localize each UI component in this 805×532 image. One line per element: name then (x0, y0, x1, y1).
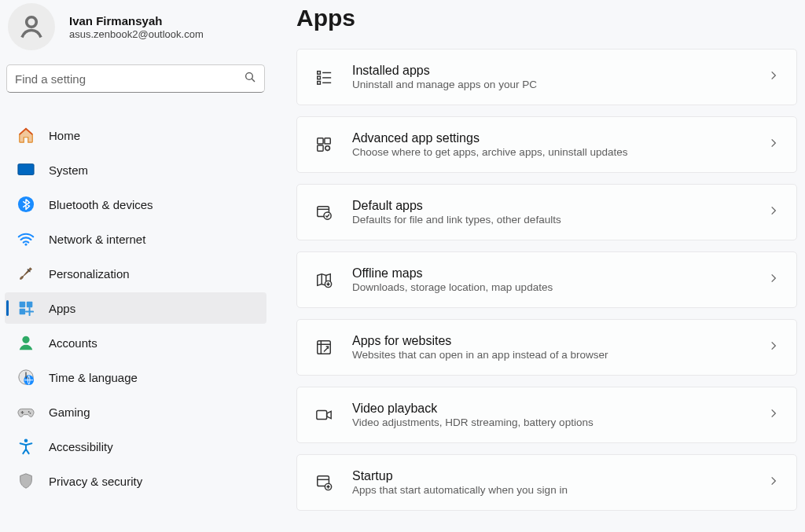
nav-item-accounts[interactable]: Accounts (5, 327, 266, 358)
nav-label: Accounts (49, 336, 97, 350)
svg-line-2 (252, 79, 255, 82)
svg-point-10 (22, 336, 29, 343)
card-subtitle: Choose where to get apps, archive apps, … (352, 146, 768, 158)
chevron-right-icon (768, 70, 779, 84)
svg-point-13 (28, 411, 30, 413)
svg-rect-18 (318, 82, 321, 85)
accounts-icon (17, 334, 35, 351)
nav-label: Accessibility (49, 440, 113, 453)
card-title: Apps for websites (352, 334, 768, 348)
maps-icon (314, 270, 333, 289)
card-subtitle: Defaults for file and link types, other … (352, 214, 768, 226)
svg-rect-17 (318, 76, 321, 79)
nav-item-accessibility[interactable]: Accessibility (5, 431, 266, 462)
card-title: Video playback (352, 402, 768, 416)
svg-point-0 (27, 17, 37, 28)
nav-item-privacy[interactable]: Privacy & security (5, 465, 266, 497)
nav-label: Time & language (49, 371, 138, 384)
svg-rect-8 (27, 302, 33, 308)
svg-point-15 (24, 438, 28, 442)
search-icon (244, 71, 256, 86)
profile-block[interactable]: Ivan Firmansyah asus.zenbook2@outlook.co… (3, 0, 268, 64)
nav-item-gaming[interactable]: Gaming (5, 396, 266, 427)
chevron-right-icon (768, 408, 779, 422)
gamepad-icon (17, 403, 35, 420)
accessibility-icon (17, 438, 35, 455)
video-icon (314, 405, 333, 424)
wifi-icon (17, 230, 35, 248)
chevron-right-icon (768, 205, 779, 219)
card-startup[interactable]: Startup Apps that start automatically wh… (296, 454, 797, 511)
chevron-right-icon (768, 340, 779, 354)
card-installed-apps[interactable]: Installed apps Uninstall and manage apps… (296, 49, 797, 105)
card-offline-maps[interactable]: Offline maps Downloads, storage location… (296, 251, 797, 308)
search-input[interactable] (15, 72, 244, 86)
nav-label: System (49, 163, 88, 177)
chevron-right-icon (768, 138, 779, 152)
home-icon (17, 127, 35, 144)
svg-point-1 (246, 73, 253, 80)
system-icon (17, 161, 35, 178)
svg-rect-3 (18, 164, 34, 175)
card-title: Default apps (352, 199, 768, 213)
advanced-settings-icon (314, 135, 333, 154)
card-default-apps[interactable]: Default apps Defaults for file and link … (296, 184, 797, 240)
card-title: Installed apps (352, 64, 768, 78)
nav-item-personalization[interactable]: Personalization (5, 258, 266, 289)
nav-item-bluetooth[interactable]: Bluetooth & devices (5, 189, 266, 220)
shield-icon (17, 472, 35, 490)
svg-rect-16 (318, 72, 321, 75)
nav-item-system[interactable]: System (5, 154, 266, 185)
svg-rect-9 (20, 309, 26, 315)
chevron-right-icon (768, 475, 779, 490)
nav-item-time-language[interactable]: Time & language (5, 361, 266, 393)
clock-globe-icon (17, 369, 35, 386)
default-apps-icon (314, 203, 333, 222)
svg-rect-7 (20, 302, 26, 308)
nav-label: Privacy & security (49, 475, 142, 488)
card-subtitle: Video adjustments, HDR streaming, batter… (352, 416, 768, 428)
card-subtitle: Websites that can open in an app instead… (352, 349, 768, 361)
card-title: Startup (352, 469, 768, 483)
installed-apps-icon (314, 68, 333, 86)
websites-icon (314, 338, 333, 357)
nav-label: Apps (49, 302, 75, 315)
search-box[interactable] (6, 64, 265, 93)
nav-label: Gaming (49, 405, 90, 419)
card-apps-for-websites[interactable]: Apps for websites Websites that can open… (296, 319, 797, 376)
nav-item-network[interactable]: Network & internet (5, 223, 266, 255)
svg-rect-24 (318, 145, 323, 151)
svg-rect-22 (318, 138, 323, 144)
svg-point-6 (25, 244, 28, 246)
bluetooth-icon (17, 196, 35, 213)
svg-rect-30 (317, 411, 327, 420)
svg-point-14 (30, 413, 31, 414)
startup-icon (314, 473, 333, 492)
nav-label: Personalization (49, 267, 130, 281)
page-title: Apps (296, 5, 797, 31)
card-subtitle: Apps that start automatically when you s… (352, 484, 768, 496)
card-advanced-app-settings[interactable]: Advanced app settings Choose where to ge… (296, 116, 797, 173)
nav-item-apps[interactable]: Apps (5, 292, 266, 324)
card-title: Offline maps (352, 266, 768, 281)
nav-label: Bluetooth & devices (49, 198, 153, 211)
nav-label: Home (49, 129, 80, 142)
profile-email: asus.zenbook2@outlook.com (69, 28, 204, 40)
nav-label: Network & internet (49, 233, 145, 246)
avatar (8, 3, 55, 50)
chevron-right-icon (768, 273, 779, 287)
user-icon (17, 13, 46, 41)
apps-icon (17, 299, 35, 317)
nav-item-home[interactable]: Home (5, 119, 266, 151)
nav-list: Home System Bluetooth & devices Network … (3, 116, 268, 500)
card-subtitle: Downloads, storage location, map updates (352, 281, 768, 293)
svg-rect-23 (325, 138, 330, 144)
card-title: Advanced app settings (352, 131, 768, 145)
card-video-playback[interactable]: Video playback Video adjustments, HDR st… (296, 387, 797, 443)
profile-name: Ivan Firmansyah (69, 14, 204, 28)
card-subtitle: Uninstall and manage apps on your PC (352, 79, 768, 90)
brush-icon (17, 265, 35, 282)
